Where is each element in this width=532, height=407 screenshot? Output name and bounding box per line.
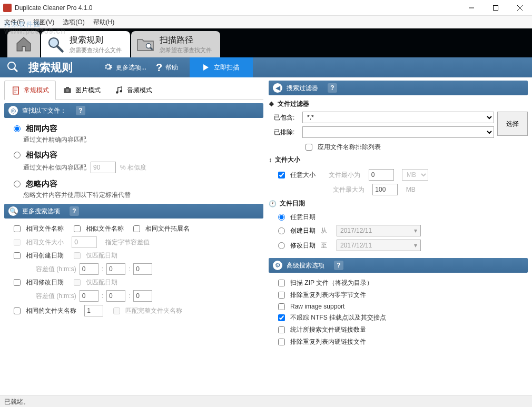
window-title: Duplicate Cleaner Pro 4.1.0	[15, 4, 459, 12]
check-any-size[interactable]	[278, 172, 285, 178]
header-bar: 搜索规则 更多选项... ? 帮助 立即扫描	[0, 57, 532, 77]
menubar: 文件(F) 视图(V) 选项(O) 帮助(H)	[0, 16, 532, 28]
magnifier-icon	[6, 61, 19, 75]
music-note-icon	[114, 85, 124, 95]
tab-rules-sub: 您需要查找什么文件	[70, 46, 122, 54]
min-size-input	[369, 169, 394, 181]
magnifier-small-icon: 🔍	[8, 206, 18, 216]
select-filter-button[interactable]: 选择	[497, 112, 528, 136]
check-similar-filename[interactable]	[74, 225, 81, 232]
help-icon[interactable]: ?	[334, 261, 343, 270]
titlebar: Duplicate Cleaner Pro 4.1.0	[0, 0, 532, 16]
clock-icon: 🕐	[269, 200, 277, 207]
svg-point-8	[8, 62, 15, 70]
magnifier-icon	[45, 34, 65, 54]
section-find-files: ◎ 查找以下文件： ?	[4, 103, 263, 118]
document-icon	[11, 86, 21, 95]
radio-modified-date[interactable]	[278, 242, 285, 249]
radio-created-date[interactable]	[278, 227, 285, 234]
help-icon[interactable]: ?	[76, 106, 85, 115]
tol-h-input	[80, 263, 98, 275]
close-button[interactable]	[508, 0, 532, 16]
exclude-label: 已排除:	[274, 128, 299, 137]
maximize-button[interactable]	[484, 0, 508, 16]
check-no-ntfs-mount[interactable]	[278, 314, 285, 321]
tol2-s-input	[133, 290, 152, 302]
filter-icon: ❖	[269, 101, 274, 108]
menu-file[interactable]: 文件(F)	[4, 18, 25, 27]
menu-options[interactable]: 选项(O)	[63, 18, 84, 27]
tab-search-rules[interactable]: 搜索规则 您需要查找什么文件	[41, 31, 130, 57]
svg-point-17	[116, 91, 119, 94]
min-size-unit: MB	[402, 169, 428, 181]
date-from-input[interactable]: 2017/12/11▾	[337, 225, 421, 236]
status-bar: 已就绪。	[0, 395, 532, 407]
check-same-filename[interactable]	[14, 225, 21, 232]
more-options-button[interactable]: 更多选项...	[103, 62, 146, 73]
tab-paths-title: 扫描路径	[160, 35, 212, 46]
check-apply-exclude-list[interactable]	[306, 144, 312, 151]
status-text: 已就绪。	[4, 398, 29, 405]
home-icon	[14, 34, 34, 54]
target-icon: ◎	[8, 106, 18, 115]
svg-line-5	[57, 46, 63, 52]
resize-icon: ↕	[269, 156, 272, 164]
mode-tabs: 常规模式 图片模式 音频模式	[4, 81, 263, 100]
gear-icon: ⚙	[273, 261, 282, 270]
tol-m-input	[106, 263, 125, 275]
same-content-desc: 通过文件精确内容匹配	[4, 135, 263, 144]
svg-point-6	[146, 44, 151, 48]
svg-point-15	[66, 89, 69, 92]
svg-rect-1	[494, 5, 498, 10]
menu-view[interactable]: 视图(V)	[33, 18, 54, 27]
radio-ignore-content[interactable]	[14, 181, 21, 187]
size-tolerance-input	[72, 236, 97, 248]
tol2-m-input	[106, 290, 125, 302]
radio-any-date[interactable]	[278, 214, 285, 221]
menu-help[interactable]: 帮助(H)	[93, 18, 115, 27]
chevron-left-icon: ◀	[273, 83, 282, 93]
check-hardlink-count[interactable]	[278, 326, 285, 333]
page-title: 搜索规则	[28, 60, 73, 75]
check-exclude-hardlink[interactable]	[278, 339, 285, 345]
svg-line-9	[14, 68, 17, 72]
tab-audio-mode[interactable]: 音频模式	[107, 81, 159, 100]
help-icon[interactable]: ?	[328, 83, 337, 93]
scan-now-button[interactable]: 立即扫描	[190, 57, 253, 77]
check-same-modified[interactable]	[14, 279, 21, 286]
tab-image-mode[interactable]: 图片模式	[56, 81, 107, 100]
tab-scan-paths[interactable]: 扫描路径 您希望在哪查找文件	[131, 31, 220, 57]
date-to-input[interactable]: 2017/12/11▾	[337, 240, 421, 251]
radio-same-content[interactable]	[14, 125, 21, 132]
help-icon[interactable]: ?	[70, 206, 79, 216]
minimize-button[interactable]	[459, 0, 484, 16]
section-more-options: 🔍 更多搜索选项 ?	[4, 204, 263, 219]
camera-icon	[63, 85, 72, 95]
similarity-percent-input[interactable]	[91, 162, 116, 173]
check-same-extension[interactable]	[133, 225, 140, 232]
radio-similar-content[interactable]	[14, 152, 21, 158]
top-tabs: 搜索规则 您需要查找什么文件 扫描路径 您希望在哪查找文件	[0, 28, 532, 57]
calendar-icon: ▾	[414, 227, 417, 234]
check-same-created[interactable]	[14, 252, 21, 259]
check-same-folder-name[interactable]	[14, 307, 21, 314]
section-advanced: ⚙ 高级搜索选项 ?	[269, 258, 528, 273]
play-icon	[203, 64, 209, 71]
tab-paths-sub: 您希望在哪查找文件	[160, 46, 212, 54]
calendar-icon: ▾	[414, 242, 417, 249]
include-filter-select[interactable]: *.*	[302, 112, 494, 123]
tab-normal-mode[interactable]: 常规模式	[4, 81, 56, 100]
tol2-h-input	[80, 290, 98, 302]
exclude-filter-select[interactable]	[302, 126, 494, 138]
help-button[interactable]: ? 帮助	[156, 62, 178, 74]
ignore-content-desc: 忽略文件内容并使用以下特定标准代替	[4, 191, 263, 200]
tab-home[interactable]	[7, 31, 40, 57]
content: 常规模式 图片模式 音频模式 ◎ 查找以下文件： ? 相同内容 通过文件精确内容…	[0, 77, 532, 395]
check-raw-image[interactable]	[278, 303, 285, 310]
check-scan-zip[interactable]	[278, 280, 285, 286]
svg-rect-16	[66, 87, 69, 88]
check-same-size	[14, 239, 21, 246]
tab-rules-title: 搜索规则	[70, 35, 122, 46]
max-size-input	[372, 184, 398, 195]
check-exclude-zero[interactable]	[278, 292, 285, 299]
